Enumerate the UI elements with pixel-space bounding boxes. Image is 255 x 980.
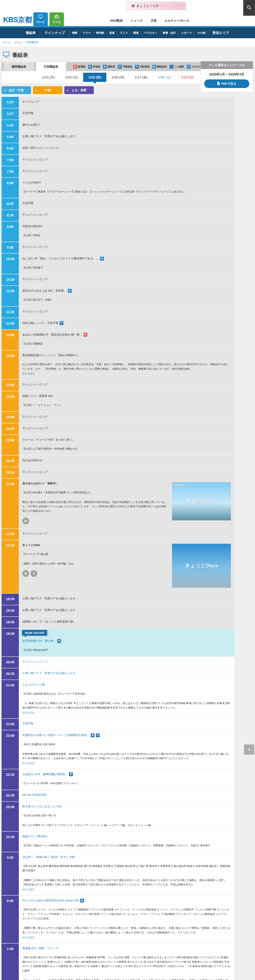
program-title[interactable]: お買い物プラス「世界の“!”をお届けします」: [22, 671, 78, 675]
program-title[interactable]: We are STARDOM!!: [22, 793, 47, 796]
program-time: 22:25: [2, 769, 19, 790]
program-thumbnail[interactable]: きょうとDays: [172, 544, 231, 588]
program-title[interactable]: テレビショッピング: [22, 660, 48, 663]
utility-nav-item[interactable]: カルチャー/ホール: [161, 18, 193, 23]
program-title: テレビショッピング: [22, 383, 48, 386]
date-tab[interactable]: 1/15 (水): [83, 73, 106, 82]
date-tab[interactable]: 1/13 (月): [37, 73, 60, 82]
program-row: 12:55黒谷和紙応援キャンペーン「黒谷の和紙作り」およそ800年の歴史を経て、…: [2, 350, 234, 379]
kyoto-kurasu-banner[interactable]: きょうとくらす 京のくらし、もっと楽しく: [126, 2, 186, 10]
date-tab[interactable]: 1/17 (金): [130, 73, 153, 82]
program-time: 8:30: [2, 210, 19, 221]
utility-nav-item[interactable]: 天気: [147, 18, 161, 23]
nav-item[interactable]: ドラマ: [80, 31, 93, 35]
breadcrumb-link[interactable]: テレビ: [14, 41, 22, 44]
legend-label: 新番組: [78, 65, 86, 68]
date-tab[interactable]: 1/18 (土): [153, 73, 176, 82]
program-cast: 【出演】竹島宏: [22, 233, 230, 238]
x-twitter-icon[interactable]: X: [30, 570, 37, 577]
program-title[interactable]: Re:ゼロから始める異世界生活3rd season #56: [22, 899, 79, 902]
read-more-link[interactable]: 続きを読む: [22, 888, 35, 891]
kbs-logo[interactable]: KBS京都: [3, 15, 32, 25]
time-filter-button[interactable]: ∨よる・深夜: [64, 86, 94, 94]
nav-item[interactable]: アニメ: [117, 31, 131, 35]
kyoto-kurasu-subtitle: 京のくらし、もっと楽しく: [160, 5, 181, 7]
nav-item[interactable]: 受信エリア: [208, 30, 234, 35]
program-title-line: 健やかお肌に!: [22, 123, 231, 127]
utility-nav-item[interactable]: ニュース: [126, 18, 147, 23]
program-title: 黒谷和紙応援キャンペーン「黒谷の和紙作り」: [22, 353, 80, 357]
time-filter-button[interactable]: ∨午後: [33, 86, 62, 94]
program-cell: テレビショッピング: [19, 274, 234, 285]
program-time: 17:35: [2, 540, 19, 593]
website-icon[interactable]: [22, 570, 29, 577]
program-row: 17:35きょうとDaysきょうとDays【キャスター】梅山茜▽阪神・淡路大震災…: [2, 540, 234, 593]
nav-item[interactable]: その他: [194, 31, 208, 35]
program-title-line: 村瀬哲史の京都 ガッ地理クイズ「六波羅蜜寺を散策」再字: [22, 733, 231, 737]
site-header: KBS京都 テレビ ラジオ SNS/配信ニュース天気カルチャー/ホール きょうと…: [0, 0, 255, 26]
program-title[interactable]: 天気予報: [22, 722, 33, 725]
nav-item[interactable]: 情報: [69, 31, 80, 35]
date-tab[interactable]: 1/14 (火): [60, 73, 83, 82]
program-time: 6:00: [2, 132, 19, 143]
page-head: 番組表: [0, 47, 255, 62]
search-button[interactable]: [243, 0, 255, 16]
nav-item[interactable]: ラインナップ: [40, 30, 69, 35]
program-thumbnail[interactable]: KBS京都TV水ものがたり: [172, 482, 231, 520]
date-tab[interactable]: 1/16 (木): [106, 73, 129, 82]
page-title: 番組表: [12, 51, 28, 59]
program-title-line: お買い物プラス「世界の“!”をお届けします」: [22, 135, 231, 138]
program-row: 18:30お買い物プラス「世界の“!”をお届けします」: [2, 605, 234, 616]
program-time: 11:55: [2, 318, 19, 329]
pdf-view-button[interactable]: PDFで見る: [204, 80, 249, 88]
breadcrumb-link[interactable]: 日別番組表: [26, 41, 38, 44]
program-row: 8:00うたなびMAX!!【オーナー】東貴博 【フロアマネージャー】高瀬くるみ …: [2, 178, 234, 198]
program-row: 22:00村瀬哲史の京都 ガッ地理クイズ「六波羅蜜寺を散策」再字【MC】村瀬哲史…: [2, 730, 234, 769]
program-row: 13:30韓国ドラマ・福寿草 #53【出演】イ・ユリ ヒョン・ウソン: [2, 391, 234, 411]
program-title[interactable]: 花は咲く、修羅の如く 第2話「好きと才能」: [22, 855, 77, 859]
program-cell: となりのスゴイ家【出演】山根良顕 遼河はるひ 【ナレーター】田中卓志（1）鎌倉【…: [19, 680, 234, 718]
program-title[interactable]: 熱血!!ゴルフ塾!NEO: [22, 835, 47, 838]
program-title[interactable]: 村瀬哲史の京都 ガッ地理クイズ「六波羅蜜寺を散策」: [22, 733, 89, 737]
nav-item[interactable]: バラエティ: [141, 31, 160, 35]
now-on-air-badge: NOW ON AIR: [21, 629, 48, 636]
website-icon[interactable]: [22, 518, 29, 524]
program-title[interactable]: 京是好日 #126「豪華絢爛な障壁画」: [22, 773, 68, 776]
back-to-top-button[interactable]: ∧: [244, 745, 254, 755]
read-more-link[interactable]: 続きを読む: [22, 372, 35, 375]
legend-label: 最終回: [108, 65, 115, 68]
tab-weekly-schedule[interactable]: 週間番組表: [4, 62, 34, 71]
program-title[interactable]: となりのスゴイ家: [22, 683, 45, 687]
read-more-link[interactable]: 続きを読む: [22, 936, 35, 939]
program-row: 5:25オープニング: [2, 97, 234, 108]
nav-item[interactable]: 時代劇: [93, 31, 107, 35]
nav-item[interactable]: 報道: [131, 31, 141, 35]
program-title-line: ねこばん #4「猫は、どんなに小さくても最高傑作である。」再: [22, 257, 231, 261]
tab-daily-schedule[interactable]: 日別番組表: [36, 62, 66, 71]
tv-monitor-icon: [3, 51, 10, 59]
program-row: 11:55KBS京都ニュース・天気予報手: [2, 318, 234, 329]
breadcrumb-link[interactable]: ホーム: [3, 41, 11, 44]
read-more-link[interactable]: 続きを読む: [22, 762, 35, 765]
read-more-link[interactable]: 続きを読む: [22, 711, 35, 714]
program-title: テレビショッピング: [22, 169, 48, 173]
nav-item[interactable]: スポーツ: [178, 31, 194, 35]
date-tab[interactable]: 1/19 (日): [176, 73, 199, 82]
utility-nav-item[interactable]: SNS/配信: [106, 18, 126, 23]
program-title[interactable]: 鈴木福ゴルフはじめました #16: [22, 805, 61, 808]
legend-label: 再放送: [93, 65, 100, 68]
program-title[interactable]: 鬼平犯科帳I #23「用心棒」: [22, 639, 56, 643]
nav-item[interactable]: 音楽: [107, 31, 117, 35]
tab-radio[interactable]: ラジオ: [49, 12, 64, 26]
program-title: テレビショッピング: [22, 310, 48, 313]
program-time: 0:00: [2, 852, 19, 895]
program-title[interactable]: 異修羅 #14「黒曜、リナリス」: [22, 947, 61, 950]
program-cell: オープニング: [19, 97, 234, 108]
program-title-line: テレビショッピング: [22, 213, 231, 216]
time-filter-button[interactable]: ∨あさ・午前: [2, 86, 31, 94]
nav-item[interactable]: 教養・紀行: [160, 31, 179, 35]
timetable-body: 2025年1月～2025年3月 PDFで見る: [201, 69, 253, 92]
chevron-down-icon: ∨: [4, 89, 6, 92]
nav-item[interactable]: 番組表: [21, 30, 40, 35]
tab-tv[interactable]: テレビ: [33, 12, 48, 26]
